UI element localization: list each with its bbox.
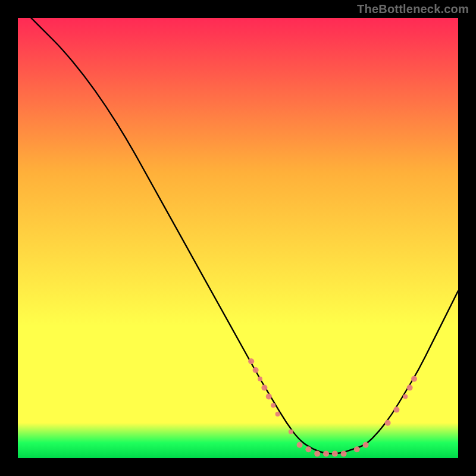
data-marker — [248, 358, 254, 364]
data-marker — [297, 442, 303, 448]
data-marker — [271, 403, 275, 408]
chart-svg — [18, 18, 458, 458]
data-marker — [289, 430, 293, 434]
data-marker — [403, 394, 408, 399]
watermark-text: TheBottleneck.com — [357, 2, 469, 16]
data-marker — [411, 376, 417, 382]
chart-container: TheBottleneck.com — [0, 0, 476, 476]
data-marker — [305, 446, 311, 452]
data-marker — [275, 412, 280, 416]
data-marker — [363, 442, 369, 448]
data-marker — [258, 377, 262, 381]
data-marker — [266, 393, 272, 399]
data-marker — [253, 367, 259, 373]
data-marker — [393, 407, 399, 413]
data-marker — [407, 385, 413, 391]
data-marker — [332, 451, 338, 457]
gradient-background — [18, 18, 458, 458]
data-marker — [354, 446, 360, 452]
data-marker — [323, 451, 329, 457]
chart-plot — [18, 18, 458, 458]
data-marker — [314, 451, 320, 457]
data-marker — [385, 420, 391, 426]
data-marker — [261, 385, 267, 391]
data-marker — [341, 451, 347, 457]
